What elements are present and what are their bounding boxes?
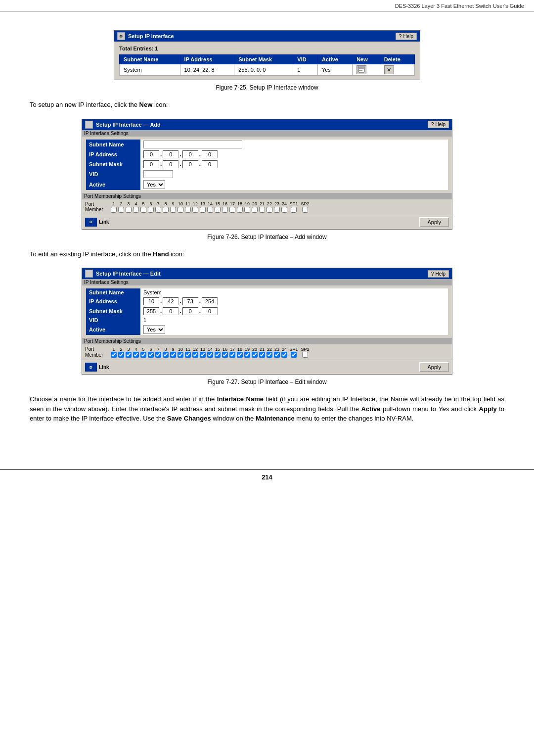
port-cb-22[interactable] (266, 207, 273, 213)
port27-cb-12[interactable] (192, 352, 199, 358)
port27-cb-5[interactable] (140, 352, 147, 358)
form-row-subnet: Subnet Name (86, 140, 448, 149)
ip27-octet-3[interactable] (182, 297, 198, 305)
mask-octet-4[interactable] (202, 160, 218, 168)
port27-cb-6[interactable] (147, 352, 154, 358)
port-cb-23[interactable] (273, 207, 280, 213)
page-header: DES-3326 Layer 3 Fast Ethernet Switch Us… (0, 0, 534, 11)
page-footer: 214 (0, 469, 534, 485)
titlebar-left: ⚙ Setup IP Interface (117, 32, 174, 40)
select-active-26[interactable]: Yes No (143, 180, 165, 189)
port27-cb-19[interactable] (244, 352, 251, 358)
new-icon[interactable] (356, 65, 366, 74)
port27-cb-4[interactable] (133, 352, 139, 358)
port-cb-4[interactable] (133, 207, 139, 213)
logo-icon-27: D (85, 363, 97, 372)
apply-button-26[interactable]: Apply (419, 217, 449, 227)
port-cb-sp1[interactable] (288, 207, 299, 213)
port27-cb-14[interactable] (207, 352, 214, 358)
input-vid[interactable] (143, 170, 173, 178)
port-label-27: Port (85, 346, 110, 352)
port-cb-5[interactable] (140, 207, 147, 213)
port-row-numbers-27: Port 1 2 3 4 5 6 7 8 9 10 11 12 13 14 15 (85, 346, 449, 352)
mask-octet-3[interactable] (182, 160, 198, 168)
port-cb-13[interactable] (199, 207, 206, 213)
port27-cb-15[interactable] (214, 352, 221, 358)
mask-octet-2[interactable] (163, 160, 178, 168)
port-cb-18[interactable] (236, 207, 243, 213)
port27-cb-18[interactable] (236, 352, 243, 358)
port-cb-7[interactable] (155, 207, 162, 213)
ip27-octet-4[interactable] (202, 297, 218, 305)
help-button-27[interactable]: ? Help (428, 270, 449, 278)
input-subnet-name[interactable] (143, 141, 242, 148)
panel-titlebar-27: Setup IP Interface — Edit ? Help (82, 268, 452, 279)
port27-cb-sp2[interactable] (300, 352, 311, 358)
port27-cb-11[interactable] (184, 352, 191, 358)
port27-cb-16[interactable] (222, 352, 228, 358)
panel-icon-26 (85, 121, 93, 129)
mask27-octet-3[interactable] (182, 307, 198, 315)
mask27-octet-4[interactable] (202, 307, 218, 315)
port27-cb-sp1[interactable] (288, 352, 299, 358)
port-cb-24[interactable] (281, 207, 288, 213)
port-cb-sp2[interactable] (300, 207, 311, 213)
panel-setup-ip: ⚙ Setup IP Interface ? Help Total Entrie… (114, 30, 420, 80)
port27-cb-8[interactable] (162, 352, 169, 358)
port-cb-3[interactable] (125, 207, 132, 213)
mask27-octet-2[interactable] (163, 307, 178, 315)
ip27-octet-1[interactable] (143, 297, 159, 305)
port27-cb-13[interactable] (199, 352, 206, 358)
select-active-27[interactable]: Yes No (143, 325, 165, 334)
cell-delete[interactable]: ✕ (380, 64, 414, 76)
ip-octet-2[interactable] (163, 150, 178, 158)
port27-cb-24[interactable] (281, 352, 288, 358)
help-button-25[interactable]: ? Help (396, 33, 417, 40)
port-cb-2[interactable] (118, 207, 125, 213)
port-cb-8[interactable] (162, 207, 169, 213)
port27-cb-21[interactable] (259, 352, 266, 358)
cell-new[interactable] (353, 64, 380, 76)
port27-cb-2[interactable] (118, 352, 125, 358)
mask27-octet-1[interactable] (143, 307, 159, 315)
port-cb-6[interactable] (147, 207, 154, 213)
port27-cb-1[interactable] (110, 352, 117, 358)
port-cb-21[interactable] (259, 207, 266, 213)
label-subnet-name-27: Subnet Name (86, 288, 140, 296)
apply-button-27[interactable]: Apply (419, 362, 449, 372)
port27-cb-17[interactable] (229, 352, 236, 358)
port-cb-11[interactable] (184, 207, 191, 213)
port-cb-16[interactable] (222, 207, 228, 213)
ip-octet-4[interactable] (202, 150, 218, 158)
port-cb-15[interactable] (214, 207, 221, 213)
cell-subnet-name: System (120, 64, 180, 76)
value-active-27: Yes No (140, 324, 448, 335)
form-row-vid: VID (86, 169, 448, 179)
port27-cb-3[interactable] (125, 352, 132, 358)
port-cb-14[interactable] (207, 207, 214, 213)
port-cb-19[interactable] (244, 207, 251, 213)
port-cb-17[interactable] (229, 207, 236, 213)
col-ip-address: IP Address (180, 55, 234, 64)
port27-cb-23[interactable] (273, 352, 280, 358)
label-mask-27: Subnet Mask (86, 306, 140, 316)
member-row-27: Member (85, 352, 449, 358)
port-cb-12[interactable] (192, 207, 199, 213)
port-cb-9[interactable] (170, 207, 177, 213)
port-cb-10[interactable] (177, 207, 184, 213)
port27-cb-20[interactable] (251, 352, 258, 358)
ip27-octet-2[interactable] (163, 297, 178, 305)
port27-cb-9[interactable] (170, 352, 177, 358)
port27-cb-7[interactable] (155, 352, 162, 358)
cell-mask: 255. 0. 0. 0 (234, 64, 293, 76)
mask-octet-1[interactable] (143, 160, 159, 168)
help-button-26[interactable]: ? Help (428, 121, 449, 128)
label-ip-27: IP Address (86, 296, 140, 306)
ip-octet-1[interactable] (143, 150, 159, 158)
port27-cb-10[interactable] (177, 352, 184, 358)
ip-octet-3[interactable] (182, 150, 198, 158)
port-cb-1[interactable] (110, 207, 117, 213)
port27-cb-22[interactable] (266, 352, 273, 358)
delete-icon[interactable]: ✕ (384, 65, 394, 74)
port-cb-20[interactable] (251, 207, 258, 213)
